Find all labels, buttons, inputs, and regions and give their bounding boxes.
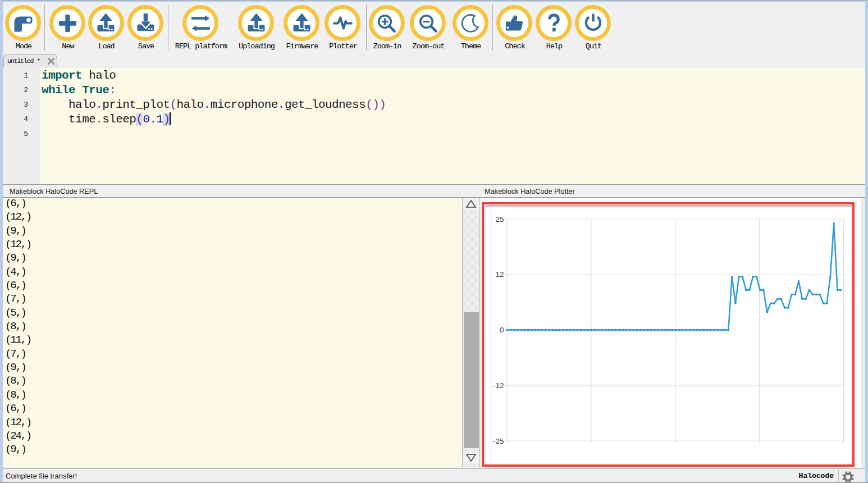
svg-text:0: 0	[500, 326, 504, 334]
svg-text:-12: -12	[493, 381, 504, 390]
svg-text:-25: -25	[493, 437, 504, 445]
svg-text:12: 12	[495, 270, 504, 279]
svg-text:25: 25	[495, 215, 504, 224]
